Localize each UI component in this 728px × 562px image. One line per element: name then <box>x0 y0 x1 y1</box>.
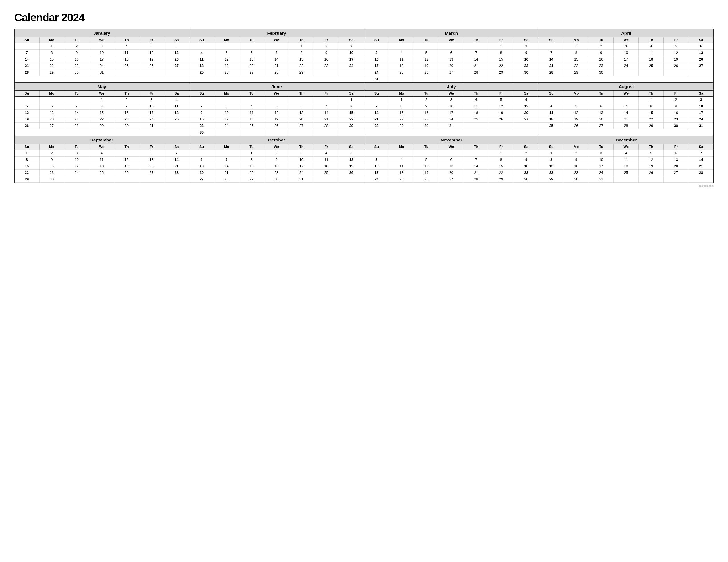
day-cell: 22 <box>389 116 414 123</box>
day-cell <box>614 176 639 183</box>
day-cell: 15 <box>15 163 40 170</box>
day-cell: 2 <box>40 150 65 157</box>
day-headers: SuMoTuWeThFrSa <box>539 144 713 150</box>
month-title-march: March <box>364 29 539 37</box>
day-cell <box>464 76 489 82</box>
day-cell: 13 <box>164 50 189 56</box>
day-cell: 11 <box>389 163 414 170</box>
day-cell: 29 <box>389 123 414 129</box>
day-cell: 23 <box>40 170 65 176</box>
day-cell: 30 <box>414 123 439 129</box>
day-header-su: Su <box>539 37 564 43</box>
day-cell: 21 <box>464 170 489 176</box>
day-cell: 16 <box>314 56 339 63</box>
day-cell <box>15 97 40 103</box>
day-cell: 12 <box>15 110 40 116</box>
day-cell: 31 <box>364 76 389 82</box>
day-cell: 5 <box>214 50 239 56</box>
day-header-su: Su <box>15 91 40 96</box>
day-cell: 5 <box>114 150 139 157</box>
day-cell: 6 <box>514 97 539 103</box>
days-grid: 1234567891011121314151617181920212223242… <box>364 150 539 183</box>
day-cell: 11 <box>164 103 189 110</box>
day-header-we: We <box>439 91 464 96</box>
day-cell: 18 <box>639 56 664 63</box>
day-cell <box>64 176 89 183</box>
day-cell <box>364 150 389 157</box>
day-cell: 21 <box>539 63 564 69</box>
day-header-mo: Mo <box>564 91 589 96</box>
day-cell: 20 <box>514 110 539 116</box>
month-september: SeptemberSuMoTuWeThFrSa12345678910111213… <box>15 136 189 183</box>
day-cell: 12 <box>564 110 589 116</box>
day-cell: 23 <box>564 170 589 176</box>
day-cell: 20 <box>239 63 264 69</box>
day-cell: 10 <box>688 103 713 110</box>
day-cell: 24 <box>64 170 89 176</box>
day-header-su: Su <box>364 37 389 43</box>
day-cell: 22 <box>539 170 564 176</box>
day-cell: 17 <box>289 163 314 170</box>
day-header-tu: Tu <box>239 37 264 43</box>
day-cell: 12 <box>114 157 139 163</box>
day-cell: 11 <box>239 110 264 116</box>
day-header-we: We <box>264 144 289 150</box>
day-cell: 25 <box>239 123 264 129</box>
day-cell: 3 <box>289 150 314 157</box>
days-grid: 1234567891011121314151617181920212223242… <box>539 97 713 129</box>
day-header-su: Su <box>189 144 214 150</box>
day-cell: 17 <box>439 110 464 116</box>
day-cell: 26 <box>114 170 139 176</box>
day-header-sa: Sa <box>164 144 189 150</box>
day-header-mo: Mo <box>214 144 239 150</box>
day-cell: 13 <box>189 163 214 170</box>
day-cell: 8 <box>339 103 364 110</box>
day-cell: 1 <box>40 43 65 50</box>
day-cell <box>239 43 264 50</box>
day-header-mo: Mo <box>40 37 65 43</box>
day-header-we: We <box>614 91 639 96</box>
day-cell <box>164 69 189 76</box>
day-cell: 11 <box>89 157 114 163</box>
day-header-tu: Tu <box>64 37 89 43</box>
day-cell: 2 <box>564 150 589 157</box>
month-title-october: October <box>189 136 364 144</box>
day-cell: 6 <box>589 103 614 110</box>
day-cell <box>688 69 713 76</box>
day-cell: 10 <box>64 157 89 163</box>
day-cell: 27 <box>514 116 539 123</box>
day-cell: 22 <box>40 63 65 69</box>
day-cell: 2 <box>664 97 689 103</box>
day-cell: 17 <box>139 110 164 116</box>
day-header-su: Su <box>364 91 389 96</box>
day-cell <box>289 97 314 103</box>
day-cell: 10 <box>439 103 464 110</box>
day-header-mo: Mo <box>564 144 589 150</box>
day-cell: 2 <box>114 97 139 103</box>
days-grid: 1234567891011121314151617181920212223242… <box>364 43 539 82</box>
day-cell: 7 <box>539 50 564 56</box>
day-headers: SuMoTuWeThFrSa <box>364 37 539 43</box>
day-cell: 24 <box>688 116 713 123</box>
day-header-mo: Mo <box>40 144 65 150</box>
day-cell: 6 <box>289 103 314 110</box>
day-cell: 28 <box>15 69 40 76</box>
month-november: NovemberSuMoTuWeThFrSa123456789101112131… <box>364 136 539 183</box>
day-cell: 4 <box>89 150 114 157</box>
day-cell: 20 <box>589 116 614 123</box>
day-cell: 19 <box>139 56 164 63</box>
day-cell: 1 <box>239 150 264 157</box>
day-cell: 25 <box>189 69 214 76</box>
day-header-su: Su <box>189 91 214 96</box>
day-cell: 27 <box>189 176 214 183</box>
day-cell: 22 <box>489 170 514 176</box>
day-cell: 17 <box>364 63 389 69</box>
day-cell: 9 <box>514 157 539 163</box>
day-cell <box>214 43 239 50</box>
day-cell <box>264 129 289 136</box>
day-header-sa: Sa <box>339 144 364 150</box>
day-cell: 5 <box>139 43 164 50</box>
day-cell: 1 <box>639 97 664 103</box>
day-cell: 21 <box>688 163 713 170</box>
day-cell: 6 <box>164 43 189 50</box>
